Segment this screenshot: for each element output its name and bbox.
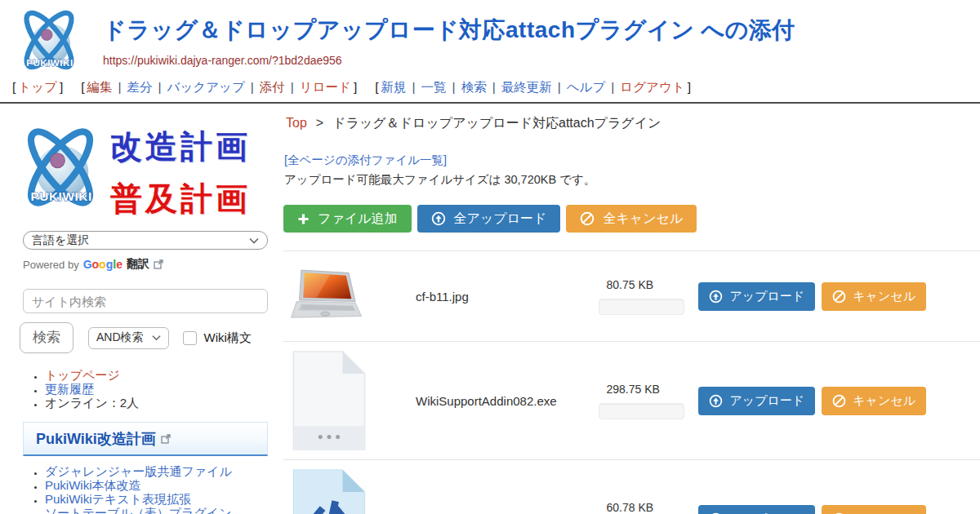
nav-link[interactable]: 新規 xyxy=(381,80,407,94)
nav-separator: | xyxy=(251,80,254,94)
add-file-button[interactable]: ファイル追加 xyxy=(283,205,412,233)
nav-link[interactable]: 添付 xyxy=(260,80,285,94)
breadcrumb-current: ドラッグ＆ドロップアップロード対応attachプラグイン xyxy=(332,116,661,130)
sidebar-link-text-ext[interactable]: PukiWikiテキスト表現拡張 xyxy=(45,492,191,506)
nav-link[interactable]: ヘルプ xyxy=(567,80,606,94)
translate-label: 翻訳 xyxy=(127,257,149,272)
external-link-icon xyxy=(161,434,171,444)
cancel-button-label: キャンセル xyxy=(853,289,915,304)
nav-bracket: [ xyxy=(375,80,378,94)
upload-button[interactable]: アップロード xyxy=(698,282,815,311)
nav-separator: | xyxy=(412,80,416,94)
google-translate-attribution[interactable]: Powered by Google 翻訳 xyxy=(23,257,283,272)
plus-icon xyxy=(297,213,310,225)
cancel-button[interactable]: キャンセル xyxy=(822,387,926,415)
cancel-button-label: キャンセル xyxy=(853,512,915,514)
nav-link[interactable]: 検索 xyxy=(461,80,487,94)
nav-link[interactable]: 差分 xyxy=(127,80,153,94)
page-url[interactable]: https://pukiwiki.dajya-ranger.com/?1bd2d… xyxy=(103,54,795,67)
all-attachments-link[interactable]: [全ページの添付ファイル一覧] xyxy=(284,153,447,168)
sidebar-section-title[interactable]: PukiWiki改造計画 xyxy=(23,422,268,456)
file-size: 80.75 KB xyxy=(606,278,684,291)
language-select[interactable]: 言語を選択 xyxy=(23,231,268,250)
header: PUKIWIKI ドラッグ＆ドロップアップロード対応attachプラグイン への… xyxy=(0,0,980,78)
ban-icon xyxy=(580,211,595,226)
progress-bar xyxy=(599,403,684,419)
search-mode-value: AND検索 xyxy=(96,330,144,345)
generic-file-icon xyxy=(290,348,368,453)
breadcrumb-home-link[interactable]: Top xyxy=(286,116,307,130)
nav-link[interactable]: 編集 xyxy=(87,80,113,94)
external-link-icon xyxy=(154,259,163,269)
sidebar-section-title-text: PukiWiki改造計画 xyxy=(36,429,156,449)
nav-separator: | xyxy=(611,80,614,94)
add-file-label: ファイル追加 xyxy=(318,210,398,228)
nav-link[interactable]: 一覧 xyxy=(421,80,447,94)
language-select-value: 言語を選択 xyxy=(32,233,89,248)
upload-all-button[interactable]: 全アップロード xyxy=(417,205,561,233)
sidebar-link-update-history[interactable]: 更新履歴 xyxy=(45,382,94,396)
sidebar-link-common-files[interactable]: ダジャレンジャー版共通ファイル xyxy=(45,464,232,478)
cancel-button[interactable]: キャンセル xyxy=(822,505,926,514)
chevron-down-icon xyxy=(152,335,161,341)
nav-bracket: [ xyxy=(12,80,16,94)
main-content: Top>ドラッグ＆ドロップアップロード対応attachプラグイン [全ページの添… xyxy=(283,104,980,514)
nav-link[interactable]: リロード xyxy=(300,80,351,94)
sidebar-link-sort-table[interactable]: ソートテーブル（表）プラグイン xyxy=(45,506,232,514)
nav-link[interactable]: 最終更新 xyxy=(501,80,552,94)
upload-button-label: アップロード xyxy=(729,393,804,409)
upload-circle-icon xyxy=(709,290,723,304)
search-mode-select[interactable]: AND検索 xyxy=(88,327,169,349)
laptop-photo-thumbnail xyxy=(290,262,363,330)
cancel-button[interactable]: キャンセル xyxy=(822,282,926,311)
nav-separator: | xyxy=(158,80,162,94)
sidebar-link-top-page[interactable]: トップページ xyxy=(45,368,120,382)
ban-icon xyxy=(832,290,846,304)
sidebar-site-logo: PUKIWIKI 改造計画 普及計画 xyxy=(12,115,283,221)
ban-icon xyxy=(832,394,846,408)
nav-separator: | xyxy=(452,80,456,94)
nav-bracket: ] xyxy=(688,80,691,94)
max-upload-size-text: アップロード可能最大ファイルサイズは 30,720KB です。 xyxy=(284,172,980,188)
upload-button[interactable]: アップロード xyxy=(698,387,815,415)
page-title: ドラッグ＆ドロップアップロード対応attachプラグイン への添付 xyxy=(103,15,795,46)
upload-button-label: アップロード xyxy=(729,512,804,514)
nav-bracket: [ xyxy=(81,80,84,94)
wiki-syntax-checkbox[interactable] xyxy=(183,331,197,345)
cancel-button-label: キャンセル xyxy=(853,393,915,409)
nav-separator: | xyxy=(492,80,496,94)
pukiwiki-logo-text: PUKIWIKI xyxy=(26,57,74,68)
search-button[interactable]: 検索 xyxy=(20,322,74,353)
upload-circle-icon xyxy=(709,394,723,408)
google-wordmark: Google xyxy=(83,258,122,271)
sidebar: PUKIWIKI 改造計画 普及計画 言語を選択 Powered by Goog… xyxy=(0,104,283,514)
upload-circle-icon xyxy=(431,211,446,226)
pukiwiki-atom-logo-icon: PUKIWIKI xyxy=(12,115,109,219)
nav-link[interactable]: トップ xyxy=(18,80,57,94)
file-name: cf-b11.jpg xyxy=(372,290,599,304)
nav-bracket: ] xyxy=(60,80,63,94)
nav-link[interactable]: ログアウト xyxy=(620,80,684,94)
upload-all-label: 全アップロード xyxy=(454,210,547,228)
upload-toolbar: ファイル追加 全アップロード 全キャンセル xyxy=(283,205,980,233)
upload-button-label: アップロード xyxy=(729,289,804,304)
sidebar-plugin-links: ダジャレンジャー版共通ファイル PukiWiki本体改造 PukiWikiテキス… xyxy=(12,465,283,514)
progress-bar xyxy=(599,299,684,315)
site-search-input[interactable] xyxy=(23,289,268,313)
sidebar-online-count: オンライン：2人 xyxy=(45,396,139,410)
upload-file-list: cf-b11.jpg 80.75 KB アップロード xyxy=(283,250,980,514)
sidebar-link-core-mod[interactable]: PukiWiki本体改造 xyxy=(45,478,141,492)
file-size: 298.75 KB xyxy=(606,383,684,396)
cancel-all-button[interactable]: 全キャンセル xyxy=(566,205,697,233)
breadcrumb: Top>ドラッグ＆ドロップアップロード対応attachプラグイン xyxy=(286,115,980,132)
nav-bracket: ] xyxy=(354,80,357,94)
chevron-down-icon xyxy=(249,237,259,244)
logo-slogan-kaizou: 改造計画 xyxy=(110,125,251,169)
cancel-all-label: 全キャンセル xyxy=(603,210,683,228)
html-file-icon xyxy=(290,467,368,514)
nav-link[interactable]: バックアップ xyxy=(167,80,245,94)
nav-separator: | xyxy=(291,80,294,94)
file-size: 60.78 KB xyxy=(606,501,684,514)
upload-button[interactable]: アップロード xyxy=(698,505,815,514)
nav-separator: | xyxy=(118,80,122,94)
